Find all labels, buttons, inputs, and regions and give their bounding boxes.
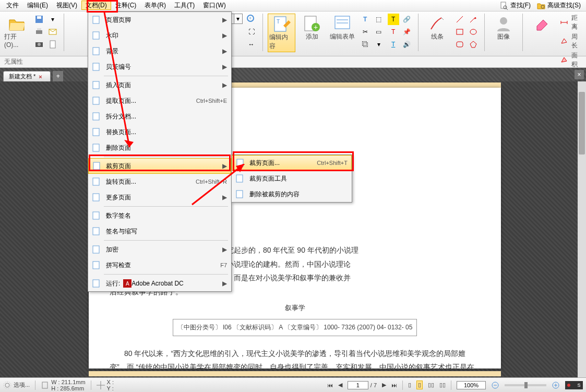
menu-item[interactable]: 水印▶ [88, 28, 231, 43]
menu-item[interactable]: 裁剪页面▶ [88, 158, 231, 174]
zoom-slider[interactable] [505, 384, 546, 386]
menu-adv-find[interactable]: 高级查找(S) [534, 1, 584, 10]
prev-page-button[interactable]: ◀ [338, 382, 342, 388]
menu-item[interactable]: 贝茨编号▶ [88, 59, 231, 75]
layout-continuous[interactable]: ▯ [416, 381, 423, 389]
open-button[interactable]: 打开(O)... [3, 14, 30, 50]
perimeter-tool[interactable] [559, 35, 569, 47]
submenu-arrow-icon: ▶ [222, 32, 227, 39]
svg-rect-52 [93, 228, 99, 235]
zoom-out-status[interactable] [491, 381, 499, 389]
underline-tool[interactable]: T [388, 39, 399, 50]
edit-content-button[interactable]: T 编辑内容 [268, 14, 295, 52]
more-tool[interactable]: ▾ [373, 39, 385, 50]
group-tool[interactable]: ⿻ [360, 39, 371, 50]
layout-facing-cont[interactable]: ▯▯ [439, 382, 446, 388]
strike-tool[interactable]: T [388, 26, 399, 38]
zoom-status-input[interactable] [457, 381, 486, 389]
menu-2[interactable]: 视图(V) [52, 1, 81, 10]
page-input[interactable] [348, 381, 368, 389]
close-all-tabs-button[interactable]: × [575, 70, 584, 79]
options-button[interactable]: 选项... [3, 381, 30, 389]
menu-item[interactable]: 删除被裁剪的内容 [232, 186, 352, 202]
menu-item-icon [91, 62, 102, 72]
menu-find[interactable]: 查找(F) [497, 1, 534, 10]
line-shape[interactable] [454, 14, 465, 25]
svg-line-27 [457, 16, 463, 22]
menu-item[interactable]: 替换页面... [88, 124, 231, 140]
menu-5[interactable]: 表单(R) [140, 1, 170, 10]
menu-1[interactable]: 编辑(E) [23, 1, 52, 10]
print-button[interactable] [33, 26, 45, 38]
arrow-shape[interactable] [468, 14, 479, 25]
perimeter-label: 周长 [571, 32, 583, 50]
zoom-tool-button[interactable]: + [246, 14, 257, 25]
lines-button[interactable]: 线条 [424, 14, 451, 42]
last-page-button[interactable]: ⏭ [391, 382, 397, 388]
area-tool[interactable] [559, 54, 569, 66]
menu-0[interactable]: 文件 [2, 1, 23, 10]
save-button[interactable] [33, 14, 45, 25]
menu-item[interactable]: 删除页面 [88, 140, 231, 156]
svg-marker-32 [470, 41, 476, 47]
fit-page-button[interactable]: ⛶ [246, 26, 257, 38]
menu-6[interactable]: 工具(T) [170, 1, 199, 10]
menu-item[interactable]: 签名与缩写 [88, 223, 231, 239]
pencil-lines-icon [428, 15, 446, 32]
menu-4[interactable]: 注释(C) [111, 1, 141, 10]
sound-tool[interactable]: 🔊 [401, 39, 413, 50]
email-button[interactable] [47, 26, 58, 38]
layout-single[interactable]: ▯ [408, 382, 411, 388]
add-button[interactable]: + 添加 [298, 14, 326, 42]
text-box-tool[interactable]: ▭ [373, 26, 385, 38]
crop-tool[interactable]: ✂ [360, 26, 371, 38]
menu-item[interactable]: 页眉页脚▶ [88, 12, 231, 28]
text-tool[interactable]: T [360, 14, 371, 25]
menu-item[interactable]: 更多页面▶ [88, 189, 231, 205]
image-button[interactable]: 图像 [490, 14, 517, 42]
link-tool[interactable]: 🔗 [401, 14, 413, 25]
menu-item[interactable]: 插入页面▶ [88, 77, 231, 93]
edit-form-button[interactable]: 编辑表单 [329, 14, 356, 42]
first-page-button[interactable]: ⏮ [327, 382, 333, 388]
eraser-button[interactable] [528, 14, 555, 33]
scrollbar-thumb[interactable] [579, 92, 585, 155]
highlight-tool[interactable]: T [388, 14, 399, 25]
menu-item[interactable]: 背景▶ [88, 43, 231, 59]
document-tab[interactable]: 新建文档 * × [3, 71, 51, 81]
svg-rect-5 [37, 16, 41, 19]
head-silhouette-icon [495, 15, 512, 32]
vertical-scrollbar[interactable] [578, 81, 586, 377]
menu-item[interactable]: 数字签名 [88, 208, 231, 223]
circle-shape[interactable] [468, 26, 479, 38]
menu-item[interactable]: 旋转页面...Ctrl+Shift+R [88, 174, 231, 189]
roundrect-shape[interactable] [454, 39, 465, 50]
menu-item[interactable]: 拼写检查F7 [88, 257, 231, 273]
menu-item[interactable]: 加密▶ [88, 242, 231, 257]
menu-7[interactable]: 窗口(W) [199, 1, 230, 10]
menu-item[interactable]: 提取页面...Ctrl+Shift+E [88, 93, 231, 109]
polygon-shape[interactable] [468, 39, 479, 50]
menu-3[interactable]: 文档(D) [81, 1, 111, 10]
folder-search-icon [537, 2, 545, 10]
select-tool[interactable]: ⬚ [373, 14, 385, 25]
menu-item[interactable]: 拆分文档... [88, 109, 231, 124]
save-dropdown[interactable]: ▾ [47, 14, 58, 25]
menu-item[interactable]: 运行:A Adobe Acrobat DC▶ [88, 276, 231, 291]
distance-tool[interactable] [559, 17, 569, 28]
rect-shape[interactable] [454, 26, 465, 38]
save-icon [35, 15, 43, 23]
menu-item[interactable]: 裁剪页面工具 [232, 171, 352, 186]
page-number[interactable]: / 7 [348, 381, 377, 389]
add-tab-button[interactable]: + [53, 71, 63, 81]
new-doc-button[interactable] [47, 39, 58, 50]
scan-button[interactable] [33, 39, 45, 50]
next-page-button[interactable]: ▶ [382, 382, 386, 388]
pin-tool[interactable]: 📌 [401, 26, 413, 38]
close-tab-icon[interactable]: × [39, 74, 45, 80]
menu-item[interactable]: 裁剪页面...Ctrl+Shift+T [232, 155, 352, 171]
fit-width-button[interactable]: ↔ [246, 39, 257, 50]
svg-rect-29 [457, 29, 463, 34]
zoom-in-status[interactable] [552, 381, 560, 389]
layout-facing[interactable]: ▯▯ [428, 382, 434, 388]
